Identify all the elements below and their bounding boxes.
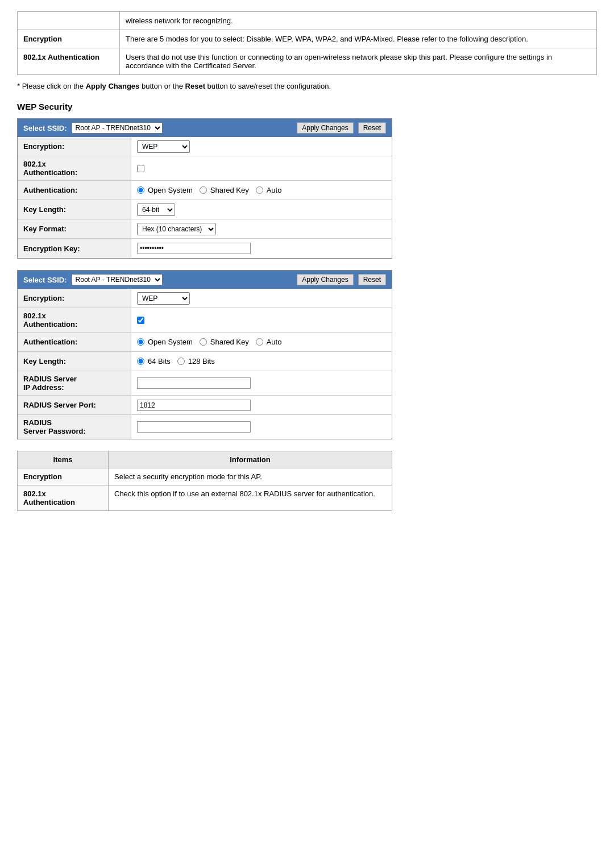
panel1-auth-shared-radio[interactable] [200, 186, 207, 194]
panel2-radius-ip-label: RADIUS ServerIP Address: [18, 371, 131, 395]
panel1-encryption-select[interactable]: WEP Disable WPA WPA2 WPA-Mixed [137, 140, 190, 153]
panel2-keylength-radio-group: 64 Bits 128 Bits [137, 357, 215, 366]
panel2-8021x-checkbox[interactable] [137, 317, 144, 324]
panel2-auth-shared-label: Shared Key [210, 338, 249, 346]
auth-label: 802.1x Authentication [18, 48, 120, 75]
panel1-enckey-row: Encryption Key: [18, 239, 392, 258]
panel1-enckey-value [131, 240, 392, 257]
panel2-encryption-select[interactable]: WEP Disable WPA WPA2 WPA-Mixed [137, 292, 190, 305]
table-row: 802.1xAuthentication Check this option i… [18, 485, 392, 511]
panel2-keylength-128-radio[interactable] [177, 358, 185, 365]
bottom-encryption-label: Encryption [18, 468, 109, 485]
panel2-keylength-64-radio[interactable] [137, 358, 144, 365]
panel1-auth-radio-group: Open System Shared Key Auto [137, 186, 281, 194]
panel1-auth-auto-radio[interactable] [256, 186, 263, 194]
top-info-table: wireless network for recognizing. Encryp… [17, 11, 597, 75]
panel1-encryption-row: Encryption: WEP Disable WPA WPA2 WPA-Mix… [18, 137, 392, 156]
panel2-keylength-value: 64 Bits 128 Bits [131, 354, 392, 368]
wep-panel-2: Select SSID: Root AP - TRENDnet310 Apply… [17, 270, 392, 439]
panel1-enckey-label: Encryption Key: [18, 239, 131, 258]
panel1-8021x-row: 802.1xAuthentication: [18, 156, 392, 181]
panel1-keyformat-row: Key Format: Hex (10 characters) ASCII (5… [18, 219, 392, 239]
panel2-radius-pass-input[interactable] [137, 421, 251, 433]
panel1-header: Select SSID: Root AP - TRENDnet310 Apply… [18, 119, 392, 137]
panel2-encryption-row: Encryption: WEP Disable WPA WPA2 WPA-Mix… [18, 289, 392, 308]
panel2-header: Select SSID: Root AP - TRENDnet310 Apply… [18, 271, 392, 289]
panel1-keyformat-value: Hex (10 characters) ASCII (5 characters) [131, 220, 392, 238]
panel2-keylength-128-label: 128 Bits [188, 357, 215, 366]
panel1-auth-label: Authentication: [18, 181, 131, 200]
panel1-encryption-value: WEP Disable WPA WPA2 WPA-Mixed [131, 138, 392, 156]
panel2-auth-open-radio[interactable] [137, 338, 144, 346]
panel1-body: Encryption: WEP Disable WPA WPA2 WPA-Mix… [18, 137, 392, 258]
panel1-keyformat-label: Key Format: [18, 219, 131, 238]
panel2-8021x-row: 802.1xAuthentication: [18, 308, 392, 333]
panel1-ssid-select[interactable]: Root AP - TRENDnet310 [72, 122, 163, 134]
bottom-encryption-value: Select a security encryption mode for th… [109, 468, 392, 485]
panel1-keylength-row: Key Length: 64-bit 128-bit [18, 200, 392, 219]
encryption-value: There are 5 modes for you to select: Dis… [120, 30, 597, 48]
table-row: Encryption There are 5 modes for you to … [18, 30, 597, 48]
bottom-col2-header: Information [109, 451, 392, 468]
panel1-auth-open-radio[interactable] [137, 186, 144, 194]
bottom-8021x-value: Check this option if to use an external … [109, 485, 392, 511]
panel1-encryption-label: Encryption: [18, 137, 131, 156]
section-title: WEP Security [17, 102, 597, 111]
panel2-auth-auto-label: Auto [267, 338, 282, 346]
panel2-keylength-128[interactable]: 128 Bits [177, 357, 215, 366]
panel2-auth-shared-radio[interactable] [200, 338, 207, 346]
panel2-radius-port-label: RADIUS Server Port: [18, 396, 131, 414]
panel1-reset-button[interactable]: Reset [358, 122, 386, 134]
panel2-auth-shared[interactable]: Shared Key [200, 338, 249, 346]
panel1-auth-open[interactable]: Open System [137, 186, 193, 194]
panel1-keylength-label: Key Length: [18, 200, 131, 219]
panel2-auth-open[interactable]: Open System [137, 338, 193, 346]
panel1-ssid-label: Select SSID: [23, 124, 67, 132]
note-text: * Please click on the [17, 82, 86, 90]
auth-value: Users that do not use this function or c… [120, 48, 597, 75]
panel2-radius-ip-value [131, 375, 392, 392]
panel2-8021x-label: 802.1xAuthentication: [18, 308, 131, 332]
panel1-auth-value: Open System Shared Key Auto [131, 183, 392, 197]
panel2-reset-button[interactable]: Reset [358, 274, 386, 285]
panel2-radius-pass-row: RADIUSServer Password: [18, 415, 392, 439]
panel1-keyformat-select[interactable]: Hex (10 characters) ASCII (5 characters) [137, 223, 216, 235]
panel1-keylength-select[interactable]: 64-bit 128-bit [137, 203, 175, 216]
panel2-radius-port-input[interactable] [137, 400, 251, 411]
note-end: button to save/reset the configuration. [205, 82, 331, 90]
panel1-auth-open-label: Open System [148, 186, 193, 194]
note-apply-bold: Apply Changes [86, 82, 140, 90]
panel2-ssid-select[interactable]: Root AP - TRENDnet310 [72, 274, 163, 285]
panel2-auth-open-label: Open System [148, 338, 193, 346]
panel2-auth-label: Authentication: [18, 333, 131, 351]
bottom-info-table: Items Information Encryption Select a se… [17, 451, 392, 511]
panel2-auth-auto-radio[interactable] [256, 338, 263, 346]
panel1-apply-button[interactable]: Apply Changes [297, 122, 353, 134]
panel2-auth-row: Authentication: Open System Shared Key A… [18, 333, 392, 352]
panel2-auth-value: Open System Shared Key Auto [131, 335, 392, 349]
table-row: wireless network for recognizing. [18, 12, 597, 30]
panel1-auth-row: Authentication: Open System Shared Key A… [18, 181, 392, 200]
panel1-auth-auto[interactable]: Auto [256, 186, 282, 194]
table-row: 802.1x Authentication Users that do not … [18, 48, 597, 75]
panel1-8021x-checkbox[interactable] [137, 165, 144, 172]
wep-panel-1: Select SSID: Root AP - TRENDnet310 Apply… [17, 118, 392, 259]
panel2-8021x-value [131, 314, 392, 327]
panel2-encryption-label: Encryption: [18, 289, 131, 308]
panel2-keylength-64-label: 64 Bits [148, 357, 171, 366]
encryption-label: Encryption [18, 30, 120, 48]
panel1-auth-shared-label: Shared Key [210, 186, 249, 194]
panel2-auth-auto[interactable]: Auto [256, 338, 282, 346]
bottom-col1-header: Items [18, 451, 109, 468]
panel1-auth-shared[interactable]: Shared Key [200, 186, 249, 194]
panel1-8021x-label: 802.1xAuthentication: [18, 156, 131, 180]
table-row: Encryption Select a security encryption … [18, 468, 392, 485]
panel2-keylength-64[interactable]: 64 Bits [137, 357, 171, 366]
panel1-enckey-input[interactable] [137, 243, 251, 254]
panel1-auth-auto-label: Auto [267, 186, 282, 194]
note-line: * Please click on the Apply Changes butt… [17, 82, 597, 90]
panel2-radius-ip-input[interactable] [137, 377, 251, 389]
panel2-radius-port-row: RADIUS Server Port: [18, 396, 392, 415]
panel2-apply-button[interactable]: Apply Changes [297, 274, 353, 285]
panel2-ssid-label: Select SSID: [23, 276, 67, 284]
